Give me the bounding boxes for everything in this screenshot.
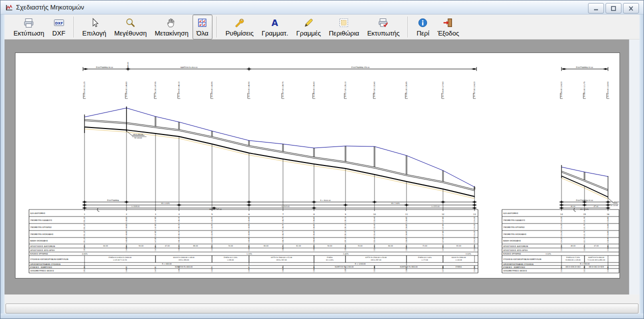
svg-text:138.75: 138.75 bbox=[282, 217, 284, 223]
svg-text:R = 1200.00: R = 1200.00 bbox=[355, 263, 366, 265]
svg-text:2.40%: 2.40% bbox=[343, 253, 349, 255]
maximize-icon bbox=[610, 6, 616, 11]
svg-text:0+517.00 135.10: 0+517.00 135.10 bbox=[344, 82, 346, 97]
svg-text:74.00: 74.00 bbox=[228, 245, 233, 247]
toolbar-label: Περιθώρια bbox=[329, 30, 360, 37]
svg-text:118.90: 118.90 bbox=[607, 224, 609, 230]
svg-text:1.20%: 1.20% bbox=[246, 253, 252, 255]
drawing-viewport[interactable]: ΕΥΘΥΓΡΑΜΜΙΑ 84.00ΚΑΜΠΥΛΗ R=800.00ΕΥΘΥΓΡΑ… bbox=[4, 40, 629, 294]
svg-text:ΧΘ 0+189.00: ΧΘ 0+189.00 bbox=[178, 259, 189, 261]
svg-text:121.75: 121.75 bbox=[584, 217, 586, 223]
svg-text:ΚΑΜΠΥΛΗ R=800.00: ΚΑΜΠΥΛΗ R=800.00 bbox=[175, 266, 192, 268]
svg-text:135.10: 135.10 bbox=[344, 238, 346, 244]
toolbar-button-settings[interactable]: Ρυθμίσεις bbox=[222, 14, 258, 40]
svg-text:ΑΠΟΣΤΑΣΕΙΣ ΔΙΑΤΟΜΩΝ: ΑΠΟΣΤΑΣΕΙΣ ΔΙΑΤΟΜΩΝ bbox=[504, 245, 528, 248]
svg-text:ΕΥΘΕΙΑ: ΕΥΘΕΙΑ bbox=[327, 256, 333, 258]
svg-text:12: 12 bbox=[442, 213, 444, 216]
toolbar-button-print[interactable]: Εκτύπωση bbox=[10, 14, 48, 40]
svg-text:0+142.00 147.95: 0+142.00 147.95 bbox=[154, 82, 156, 97]
svg-text:146.10: 146.10 bbox=[178, 238, 180, 244]
svg-text:1: 1 bbox=[84, 213, 86, 216]
svg-text:136.60: 136.60 bbox=[313, 246, 315, 252]
svg-text:ΕΥΘΥΓΡΑΜΜΙΑ 358.00: ΕΥΘΥΓΡΑΜΜΙΑ 358.00 bbox=[352, 66, 370, 68]
svg-text:ΟΡΙΖΟΝΤΙΟΓΡΑΦΙΚΑ ΣΤΟΙΧΕΙΑ: ΟΡΙΖΟΝΤΙΟΓΡΑΦΙΚΑ ΣΤΟΙΧΕΙΑ bbox=[30, 263, 61, 266]
toolbar-button-fonts[interactable]: AΓραμματ. bbox=[258, 14, 292, 40]
svg-text:ΕΥΘΕΙΕΣ - ΚΑΜΠΥΛΕΣ: ΕΥΘΕΙΕΣ - ΚΑΜΠΥΛΕΣ bbox=[30, 266, 52, 268]
svg-text:130.85: 130.85 bbox=[406, 217, 408, 223]
svg-text:11: 11 bbox=[405, 213, 408, 216]
svg-text:124.20: 124.20 bbox=[474, 246, 476, 252]
window-controls bbox=[588, 3, 639, 14]
svg-text:133.40: 133.40 bbox=[374, 266, 376, 272]
svg-text:R = 600.00: R = 600.00 bbox=[580, 263, 590, 265]
svg-text:130.85: 130.85 bbox=[406, 238, 408, 244]
close-button[interactable] bbox=[623, 3, 639, 14]
svg-text:124.20: 124.20 bbox=[560, 224, 562, 230]
toolbar-button-about[interactable]: Περί bbox=[412, 14, 433, 40]
svg-text:143.55: 143.55 bbox=[211, 217, 213, 223]
svg-text:0+882.00 121.75: 0+882.00 121.75 bbox=[584, 82, 586, 97]
toolbar-button-dxf[interactable]: DXFDXF bbox=[48, 14, 70, 40]
svg-text:135.10: 135.10 bbox=[344, 224, 346, 230]
toolbar-button-margins[interactable]: Περιθώρια bbox=[325, 14, 364, 40]
svg-text:135.10: 135.10 bbox=[344, 246, 346, 252]
svg-text:47.00: 47.00 bbox=[594, 206, 598, 208]
svg-text:124.20: 124.20 bbox=[560, 217, 562, 223]
svg-text:124.20: 124.20 bbox=[474, 238, 476, 244]
svg-text:ΧΘ 0+587.00: ΧΘ 0+587.00 bbox=[371, 259, 382, 261]
svg-text:149.80: 149.80 bbox=[126, 224, 128, 230]
svg-text:121.75: 121.75 bbox=[584, 231, 586, 237]
svg-text:73.00: 73.00 bbox=[422, 245, 428, 247]
toolbar-button-exit[interactable]: Έξοδος bbox=[434, 14, 464, 40]
svg-text:0+255.00 143.55: 0+255.00 143.55 bbox=[211, 82, 213, 97]
svg-text:0+329.00 140.90: 0+329.00 140.90 bbox=[248, 82, 250, 97]
svg-text:135.10: 135.10 bbox=[344, 217, 346, 223]
svg-text:118.90: 118.90 bbox=[607, 217, 609, 223]
toolbar-button-zoom[interactable]: Μεγέθυνση bbox=[110, 14, 150, 40]
svg-text:ΚΛ.1.20%: ΚΛ.1.20% bbox=[326, 259, 334, 261]
svg-text:58.00: 58.00 bbox=[328, 245, 332, 247]
toolbar-button-lines[interactable]: Γραμμές bbox=[292, 14, 325, 40]
toolbar-label: Όλα bbox=[196, 30, 208, 37]
svg-text:143.55: 143.55 bbox=[211, 246, 213, 252]
svg-text:135.10: 135.10 bbox=[344, 266, 346, 272]
svg-text:ΥΨΟΜΕΤΡΑ ΕΔΑΦΟΥΣ: ΥΨΟΜΕΤΡΑ ΕΔΑΦΟΥΣ bbox=[30, 219, 52, 222]
svg-text:R = 8000.00: R = 8000.00 bbox=[320, 200, 331, 202]
dxf-icon: DXF bbox=[53, 16, 65, 29]
svg-text:70.00: 70.00 bbox=[358, 245, 362, 247]
toolbar-button-select[interactable]: Επιλογή bbox=[78, 14, 110, 40]
svg-text:ΚΥΡΤΗ R=3000.00 L=52.00: ΚΥΡΤΗ R=3000.00 L=52.00 bbox=[271, 256, 292, 258]
svg-text:ΕΥΘΥΓΡΑΜΜΙΑ 84.00: ΕΥΘΥΓΡΑΜΜΙΑ 84.00 bbox=[96, 66, 113, 68]
title-bar[interactable]: Σχεδιαστής Μηκοτομών bbox=[0, 0, 644, 14]
svg-text:68.00: 68.00 bbox=[264, 245, 268, 247]
svg-text:151.25: 151.25 bbox=[84, 246, 86, 252]
svg-text:143.55: 143.55 bbox=[211, 266, 213, 272]
svg-text:ΥΨΟΜΕΤΡΑ ΕΔΑΦΟΥΣ: ΥΨΟΜΕΤΡΑ ΕΔΑΦΟΥΣ bbox=[503, 219, 526, 222]
svg-text:140.90: 140.90 bbox=[248, 246, 250, 252]
wrench-icon bbox=[234, 16, 246, 29]
svg-text:147.95: 147.95 bbox=[154, 224, 156, 230]
svg-text:10: 10 bbox=[373, 213, 376, 216]
minimize-button[interactable] bbox=[588, 3, 604, 14]
toolbar-button-all[interactable]: Όλα bbox=[192, 14, 212, 40]
svg-text:124.20: 124.20 bbox=[560, 246, 562, 252]
svg-text:140.90: 140.90 bbox=[248, 266, 250, 272]
svg-text:ΕΥΘΕΙΕΣ - ΚΑΜΠΥΛΕΣ: ΕΥΘΕΙΕΣ - ΚΑΜΠΥΛΕΣ bbox=[504, 266, 526, 268]
svg-text:ΧΘ 0+882-0+929: ΧΘ 0+882-0+929 bbox=[588, 266, 604, 268]
svg-text:140.90: 140.90 bbox=[248, 238, 250, 244]
svg-text:46.00: 46.00 bbox=[570, 245, 576, 247]
svg-text:138.75: 138.75 bbox=[282, 224, 284, 230]
svg-text:151.25: 151.25 bbox=[84, 238, 86, 244]
svg-text:ΕΥΘΥΓΡΑΜΜΙΑ 93.00: ΕΥΘΥΓΡΑΜΜΙΑ 93.00 bbox=[576, 200, 593, 202]
svg-text:DXF: DXF bbox=[55, 21, 63, 25]
toolbar-label: Επιλογή bbox=[82, 30, 106, 37]
svg-text:118.90: 118.90 bbox=[607, 238, 609, 244]
svg-text:ΥΨΟΜΕΤΡΑ ΕΡΥΘΡΑΣ: ΥΨΟΜΕΤΡΑ ΕΡΥΘΡΑΣ bbox=[503, 226, 525, 228]
maximize-button[interactable] bbox=[606, 3, 622, 14]
toolbar-label: Εκτυπωτής bbox=[367, 30, 400, 37]
svg-text:124.20: 124.20 bbox=[560, 231, 562, 237]
svg-text:124.20: 124.20 bbox=[474, 217, 476, 223]
toolbar-button-printer[interactable]: Εκτυπωτής bbox=[363, 14, 404, 40]
svg-text:64.00: 64.00 bbox=[388, 245, 393, 247]
toolbar-button-pan[interactable]: Μετακίνηση bbox=[150, 14, 192, 40]
